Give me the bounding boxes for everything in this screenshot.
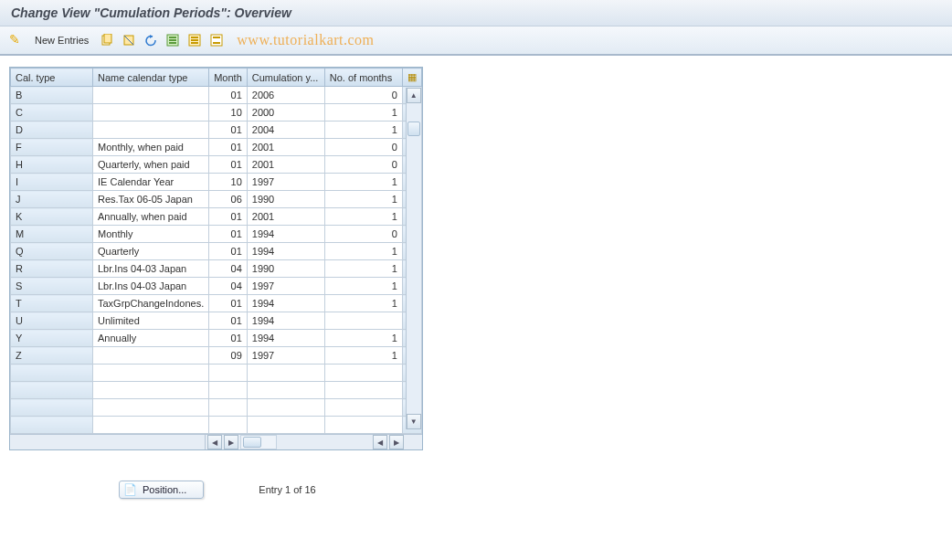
cell-nomonths[interactable]: 1 — [324, 243, 402, 260]
cell-nomonths[interactable]: 1 — [324, 104, 402, 122]
cell-name[interactable]: IE Calendar Year — [93, 174, 209, 191]
copy-as-icon[interactable] — [98, 31, 116, 49]
table-row[interactable]: YAnnually0119941 — [11, 330, 422, 347]
undo-icon[interactable] — [142, 31, 160, 49]
cell-caltype[interactable]: U — [11, 312, 93, 330]
cell-cumulation[interactable]: 1994 — [247, 243, 324, 260]
table-row[interactable] — [11, 365, 422, 382]
scroll-thumb[interactable] — [407, 122, 420, 136]
cell-name[interactable]: TaxGrpChangeIndones. — [93, 295, 209, 312]
table-row[interactable]: TTaxGrpChangeIndones.0119941 — [11, 295, 422, 312]
hscroll-track[interactable] — [240, 435, 277, 449]
data-grid[interactable]: Cal. type Name calendar type Month Cumul… — [10, 68, 422, 434]
cell-cumulation[interactable]: 1994 — [247, 226, 324, 243]
cell-caltype[interactable]: F — [11, 139, 93, 156]
cell-month[interactable]: 01 — [209, 295, 248, 312]
table-row[interactable]: SLbr.Ins 04-03 Japan0419971 — [11, 278, 422, 295]
select-all-icon[interactable] — [164, 31, 182, 49]
cell-cumulation[interactable] — [247, 399, 324, 417]
cell-nomonths[interactable]: 0 — [324, 156, 402, 174]
delete-icon[interactable] — [120, 31, 138, 49]
cell-month[interactable]: 01 — [209, 208, 248, 226]
cell-caltype[interactable] — [11, 417, 93, 434]
cell-nomonths[interactable]: 1 — [324, 191, 402, 208]
cell-month[interactable] — [209, 399, 248, 417]
cell-name[interactable]: Annually, when paid — [93, 208, 209, 226]
cell-caltype[interactable]: Q — [11, 243, 93, 260]
cell-caltype[interactable]: Z — [11, 347, 93, 365]
cell-month[interactable]: 04 — [209, 278, 248, 295]
cell-nomonths[interactable]: 1 — [324, 174, 402, 191]
cell-cumulation[interactable]: 2001 — [247, 156, 324, 174]
hscroll-left-button[interactable]: ◀ — [207, 435, 222, 449]
cell-name[interactable] — [93, 347, 209, 365]
cell-month[interactable] — [209, 382, 248, 399]
cell-nomonths[interactable] — [324, 365, 402, 382]
cell-cumulation[interactable] — [247, 417, 324, 434]
cell-caltype[interactable]: J — [11, 191, 93, 208]
cell-month[interactable]: 01 — [209, 87, 248, 104]
cell-month[interactable]: 01 — [209, 156, 248, 174]
cell-cumulation[interactable]: 2001 — [247, 139, 324, 156]
col-header-nomonths[interactable]: No. of months — [324, 69, 402, 87]
cell-nomonths[interactable]: 1 — [324, 347, 402, 365]
cell-caltype[interactable]: I — [11, 174, 93, 191]
cell-month[interactable]: 06 — [209, 191, 248, 208]
cell-cumulation[interactable]: 1997 — [247, 347, 324, 365]
cell-name[interactable]: Annually — [93, 330, 209, 347]
cell-name[interactable]: Quarterly, when paid — [93, 156, 209, 174]
cell-nomonths[interactable] — [324, 382, 402, 399]
cell-name[interactable]: Lbr.Ins 04-03 Japan — [93, 260, 209, 278]
cell-caltype[interactable]: Y — [11, 330, 93, 347]
table-row[interactable]: UUnlimited011994 — [11, 312, 422, 330]
cell-cumulation[interactable]: 1997 — [247, 278, 324, 295]
hscroll2-left-button[interactable]: ◀ — [373, 435, 387, 449]
position-button[interactable]: Position... — [119, 481, 204, 499]
cell-name[interactable] — [93, 104, 209, 122]
col-header-caltype[interactable]: Cal. type — [11, 69, 93, 87]
cell-nomonths[interactable] — [324, 417, 402, 434]
cell-name[interactable]: Monthly, when paid — [93, 139, 209, 156]
configure-columns-icon[interactable] — [407, 71, 417, 82]
table-row[interactable]: QQuarterly0119941 — [11, 243, 422, 260]
cell-month[interactable]: 09 — [209, 347, 248, 365]
col-header-month[interactable]: Month — [209, 69, 248, 87]
hscroll-right-button[interactable]: ▶ — [224, 435, 238, 449]
cell-caltype[interactable] — [11, 365, 93, 382]
cell-cumulation[interactable]: 1997 — [247, 174, 324, 191]
cell-caltype[interactable]: R — [11, 260, 93, 278]
cell-caltype[interactable]: K — [11, 208, 93, 226]
cell-nomonths[interactable]: 1 — [324, 208, 402, 226]
cell-nomonths[interactable] — [324, 399, 402, 417]
cell-caltype[interactable]: D — [11, 122, 93, 139]
cell-cumulation[interactable]: 1990 — [247, 260, 324, 278]
cell-cumulation[interactable]: 2004 — [247, 122, 324, 139]
scroll-track[interactable] — [407, 103, 421, 414]
cell-name[interactable] — [93, 122, 209, 139]
cell-name[interactable] — [93, 365, 209, 382]
cell-nomonths[interactable]: 1 — [324, 295, 402, 312]
cell-nomonths[interactable] — [324, 312, 402, 330]
select-block-icon[interactable] — [185, 31, 204, 49]
cell-month[interactable]: 01 — [209, 122, 248, 139]
cell-month[interactable] — [209, 365, 248, 382]
cell-cumulation[interactable]: 1994 — [247, 295, 324, 312]
cell-cumulation[interactable]: 2001 — [247, 208, 324, 226]
cell-cumulation[interactable] — [247, 365, 324, 382]
table-row[interactable]: JRes.Tax 06-05 Japan0619901 — [11, 191, 422, 208]
cell-caltype[interactable]: B — [11, 87, 93, 104]
cell-month[interactable]: 01 — [209, 330, 248, 347]
cell-month[interactable]: 04 — [209, 260, 248, 278]
table-row[interactable]: D0120041 — [11, 122, 422, 139]
cell-nomonths[interactable]: 1 — [324, 330, 402, 347]
table-row[interactable]: Z0919971 — [11, 347, 422, 365]
cell-caltype[interactable]: H — [11, 156, 93, 174]
table-row[interactable]: MMonthly0119940 — [11, 226, 422, 243]
cell-nomonths[interactable]: 1 — [324, 278, 402, 295]
cell-caltype[interactable]: T — [11, 295, 93, 312]
scroll-down-button[interactable]: ▼ — [407, 414, 421, 429]
cell-name[interactable]: Res.Tax 06-05 Japan — [93, 191, 209, 208]
cell-name[interactable] — [93, 417, 209, 434]
table-row[interactable]: IIE Calendar Year1019971 — [11, 174, 422, 191]
cell-caltype[interactable] — [11, 399, 93, 417]
